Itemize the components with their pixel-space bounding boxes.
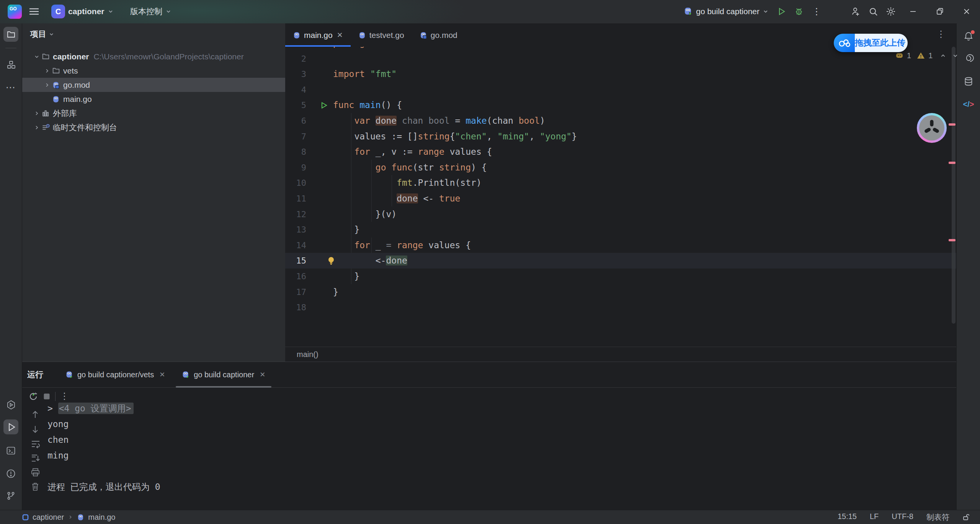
line-number[interactable]: 3	[285, 66, 306, 82]
status-caret-position[interactable]: 15:15	[838, 512, 857, 522]
code-line-8[interactable]: 8 for _, v := range values {	[285, 144, 956, 160]
main-menu-button[interactable]	[25, 4, 43, 19]
project-selector[interactable]: C captioner	[47, 4, 118, 19]
editor-tab-go-mod[interactable]: go.mod	[412, 23, 465, 47]
settings-button[interactable]	[882, 4, 900, 19]
tree-item-main-go[interactable]: main.go	[22, 92, 285, 106]
restore-button[interactable]	[926, 0, 953, 23]
minimize-button[interactable]	[900, 0, 926, 23]
close-tab-icon[interactable]: ✕	[337, 31, 343, 39]
more-toolwindows-button[interactable]: ⋯	[3, 80, 18, 95]
line-number[interactable]: 16	[285, 269, 306, 284]
line-number[interactable]: 5	[285, 97, 306, 113]
line-number[interactable]: 11	[285, 191, 306, 206]
line-number[interactable]: 7	[285, 129, 306, 144]
problems-toolwindow-button[interactable]	[3, 466, 18, 481]
line-number[interactable]: 8	[285, 144, 306, 160]
tree-item--[interactable]: 临时文件和控制台	[22, 120, 285, 134]
close-tab-icon[interactable]: ✕	[260, 370, 265, 379]
code-with-me-button[interactable]	[847, 4, 864, 19]
error-stripe-mark[interactable]	[949, 123, 956, 126]
editor-tab-main-go[interactable]: main.go✕	[285, 23, 351, 47]
run-toolwindow-button[interactable]	[3, 419, 18, 434]
up-arrow-icon[interactable]	[31, 409, 41, 419]
code-editor[interactable]: 1package main23import "fmt"45func main()…	[285, 47, 956, 347]
code-line-7[interactable]: 7 values := []string{"chen", "ming", "yo…	[285, 129, 956, 144]
line-number[interactable]: 13	[285, 222, 306, 237]
run-button[interactable]	[773, 4, 790, 19]
console-command-fold[interactable]: <4 go 设置调用>	[58, 403, 134, 414]
project-toolwindow-button[interactable]	[3, 27, 18, 42]
trash-icon[interactable]	[31, 482, 41, 491]
git-toolwindow-button[interactable]	[3, 488, 18, 503]
line-number[interactable]: 10	[285, 175, 306, 191]
code-tools-button[interactable]: </>	[961, 97, 976, 112]
error-stripe-mark[interactable]	[949, 239, 956, 241]
structure-toolwindow-button[interactable]	[3, 57, 18, 72]
search-everywhere-button[interactable]	[864, 4, 882, 19]
status-project-name[interactable]: captioner	[33, 513, 64, 522]
code-line-15[interactable]: 15 <-done	[285, 253, 956, 269]
tree-item-vets[interactable]: vets	[22, 64, 285, 78]
code-line-5[interactable]: 5func main() {	[285, 97, 956, 113]
print-icon[interactable]	[31, 468, 41, 477]
status-file-encoding[interactable]: UTF-8	[892, 512, 913, 522]
code-line-2[interactable]: 2	[285, 51, 956, 67]
chevron-right-icon[interactable]	[42, 68, 52, 74]
line-number[interactable]: 2	[285, 51, 306, 67]
inspections-widget[interactable]: 1 1	[896, 51, 959, 61]
terminal-toolwindow-button[interactable]	[3, 443, 18, 458]
code-line-6[interactable]: 6 var done chan bool = make(chan bool)	[285, 113, 956, 129]
code-line-11[interactable]: 11 done <- true	[285, 191, 956, 206]
close-button[interactable]	[953, 0, 980, 23]
line-number[interactable]: 1	[285, 47, 306, 51]
status-indent-style[interactable]: 制表符	[926, 512, 949, 522]
code-line-13[interactable]: 13 }	[285, 222, 956, 237]
debug-button[interactable]	[790, 4, 808, 19]
ai-assistant-toolwindow-button[interactable]	[961, 51, 976, 66]
scroll-to-end-icon[interactable]	[31, 454, 41, 463]
code-line-4[interactable]: 4	[285, 82, 956, 98]
run-tab-go-build-captioner-vets[interactable]: go build captioner/vets✕	[57, 362, 173, 388]
chevron-down-icon[interactable]	[31, 54, 42, 60]
console-output[interactable]: > <4 go 设置调用>yongchenming 进程 已完成，退出代码为 0	[47, 401, 160, 495]
soft-wrap-icon[interactable]	[31, 439, 41, 449]
vcs-widget[interactable]: 版本控制	[126, 4, 175, 19]
line-number[interactable]: 15	[285, 253, 306, 269]
line-number[interactable]: 4	[285, 82, 306, 98]
code-line-3[interactable]: 3import "fmt"	[285, 66, 956, 82]
tree-item-go-mod[interactable]: go.mod	[22, 78, 285, 92]
notifications-button[interactable]	[961, 29, 976, 44]
line-number[interactable]: 12	[285, 206, 306, 222]
editor-tab-testvet-go[interactable]: testvet.go	[351, 23, 412, 47]
code-line-14[interactable]: 14 for _ = range values {	[285, 237, 956, 253]
editor-scrollbar[interactable]	[952, 47, 956, 324]
tree-item--[interactable]: 外部库	[22, 106, 285, 120]
code-line-10[interactable]: 10 fmt.Println(str)	[285, 175, 956, 191]
ai-assistant-floating-button[interactable]	[917, 113, 947, 143]
error-stripe-mark[interactable]	[949, 162, 956, 164]
tree-item-captioner[interactable]: captionerC:\Users\meowr\GolandProjects\c…	[22, 49, 285, 64]
breadcrumb-bar[interactable]: main()	[285, 347, 956, 362]
drag-upload-button[interactable]: 拖拽至此上传	[834, 34, 908, 52]
code-line-12[interactable]: 12 }(v)	[285, 206, 956, 222]
run-configuration-selector[interactable]: go build captioner	[680, 4, 773, 19]
stop-button[interactable]	[43, 393, 51, 400]
database-toolwindow-button[interactable]	[961, 74, 976, 89]
rerun-button[interactable]	[28, 391, 38, 401]
next-problem-chevron-icon[interactable]	[952, 52, 959, 59]
line-number[interactable]: 6	[285, 113, 306, 129]
close-tab-icon[interactable]: ✕	[159, 370, 165, 379]
line-number[interactable]: 17	[285, 284, 306, 300]
editor-options-kebab-icon[interactable]: ⋮	[936, 29, 946, 39]
unlock-icon[interactable]	[962, 513, 970, 521]
chevron-right-icon[interactable]	[42, 82, 52, 88]
project-panel-header[interactable]: 项目	[30, 29, 54, 39]
run-more-kebab-icon[interactable]: ⋮	[60, 391, 69, 401]
down-arrow-icon[interactable]	[31, 424, 41, 434]
status-line-separator[interactable]: LF	[870, 512, 879, 522]
line-number[interactable]: 18	[285, 300, 306, 315]
prev-problem-chevron-icon[interactable]	[940, 52, 946, 59]
line-number[interactable]: 14	[285, 237, 306, 253]
chevron-right-icon[interactable]	[31, 124, 42, 131]
